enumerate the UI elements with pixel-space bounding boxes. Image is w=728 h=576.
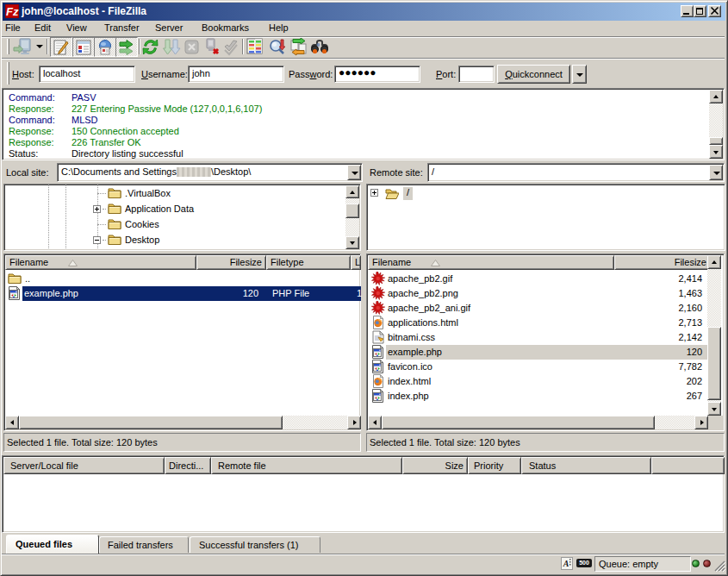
svg-text:A: A bbox=[563, 559, 569, 568]
svg-text:Fz: Fz bbox=[6, 5, 19, 18]
